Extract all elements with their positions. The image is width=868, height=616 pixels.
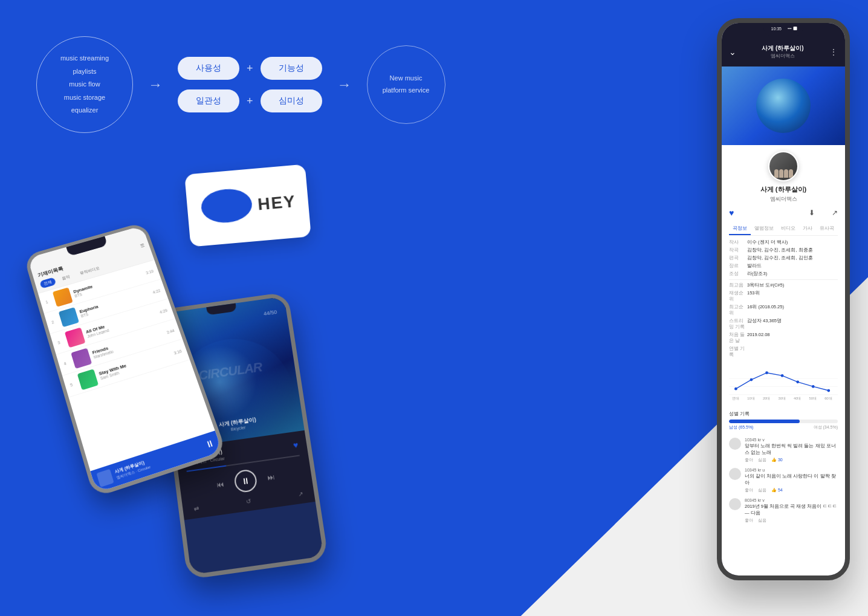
feature-item-3: music flow: [69, 79, 100, 90]
heart-icon[interactable]: ♥: [729, 208, 739, 218]
meta-row-first-heard: 처음 들은 날 2019.02.08: [729, 332, 838, 344]
meta-label-arranger: 편곡: [729, 255, 747, 261]
more-menu-icon[interactable]: ⋮: [829, 47, 838, 57]
meta-label-composer: 작곡: [729, 247, 747, 253]
hey-text: HEY: [257, 192, 297, 214]
comment-item-3: 80345 kr v 2019년 9월 처음으로 곡 재생 처음이 ㄷㄷㄷ — …: [729, 498, 838, 524]
phone-detail: 10:35 ▪▪▪ ⌄ 사게 (하루살이) 엠씨더맥스 ⋮: [717, 18, 850, 580]
feature-item-1: music streaming: [60, 53, 109, 64]
meta-value-genre: 발라드: [747, 263, 838, 269]
shuffle-btn[interactable]: ⇄: [193, 505, 199, 512]
meta-label-top-note: 최고음: [729, 282, 747, 288]
svg-text:50대: 50대: [809, 397, 817, 400]
comment-like-btn-3[interactable]: 좋아: [745, 517, 753, 524]
chart-section: 연대 10대 20대 30대 40대 50대 60대: [722, 366, 845, 407]
meta-row-top-note: 최고음 3옥타브 도#(C#5): [729, 282, 838, 288]
line-chart: 연대 10대 20대 30대 40대 50대 60대: [729, 369, 838, 401]
svg-text:10대: 10대: [747, 397, 754, 400]
tab-all[interactable]: 전체: [39, 277, 56, 288]
tab-album-info[interactable]: 앨범정보: [751, 222, 777, 235]
meta-label-first-heard: 처음 들은 날: [729, 332, 747, 344]
meta-row-top-rank: 최고순위 16위 (2018.05.25): [729, 304, 838, 316]
share-btn[interactable]: ↗: [297, 490, 303, 498]
gender-section: 성별 기록 남성 (65.5%) 여성 (34.5%): [722, 407, 845, 434]
svg-point-12: [765, 371, 768, 374]
prev-btn[interactable]: ⏮: [216, 480, 224, 490]
result-circle: New music platform service: [367, 45, 445, 124]
item-duration: 3:19: [145, 269, 154, 275]
meta-row-genre: 장르 발라드: [729, 263, 838, 269]
comment-dislike-btn-3[interactable]: 싫음: [758, 517, 766, 524]
phone-detail-screen: 10:35 ▪▪▪ ⌄ 사게 (하루살이) 엠씨더맥스 ⋮: [722, 23, 845, 575]
header-song-title: 사게 (하루살이): [736, 44, 829, 53]
svg-point-15: [812, 385, 815, 388]
meta-label-top-rank: 최고순위: [729, 304, 747, 316]
result-line-1: New music: [390, 73, 423, 85]
status-icons: ▪▪▪: [788, 27, 797, 30]
tab-music[interactable]: 음악: [57, 272, 74, 284]
playlist-controls[interactable]: ☰: [140, 243, 145, 248]
meta-label-key: 조성: [729, 271, 747, 277]
meta-value-streaming: 감성자 43,365명: [747, 318, 838, 330]
mini-play-btn[interactable]: ⏸: [204, 438, 215, 450]
equation-boxes: 사용성 + 기능성 일관성 + 심미성: [178, 57, 322, 112]
comment-text-2: 너의 같이 처음이 노래 사랑한다 이 발짝 찾아: [745, 473, 838, 486]
comment-dislike-btn-2[interactable]: 싫음: [758, 487, 766, 493]
comment-content-1: 10345 kr v 앞부터 노래 한번씩 씩 빌려 들는 재밌 포너스 없는 …: [745, 438, 838, 463]
tab-video[interactable]: 비디오: [777, 222, 799, 235]
meta-value-key: 라(장조3): [747, 271, 838, 277]
tab-song-info[interactable]: 곡정보: [729, 222, 751, 235]
play-pause-btn[interactable]: ⏸: [233, 468, 258, 493]
meta-row-key: 조성 라(장조3): [729, 271, 838, 277]
arrow-2: →: [337, 76, 352, 93]
meta-label-rank: 재생순위: [729, 290, 747, 302]
svg-point-11: [750, 378, 753, 381]
comment-text-1: 앞부터 노래 한번씩 씩 빌려 들는 재밌 포너스 없는 노래: [745, 443, 838, 456]
stats-section: 최고음 3옥타브 도#(C#5) 재생순위 153위 최고순위 16위 (201…: [729, 279, 838, 358]
meta-label-genre: 장르: [729, 263, 747, 269]
feature-item-4: music storage: [64, 92, 105, 103]
male-label: 남성 (65.5%): [729, 424, 753, 430]
comment-actions-3: 좋아 싫음: [745, 517, 838, 524]
arrow-1: →: [148, 76, 163, 93]
back-chevron-icon[interactable]: ⌄: [729, 47, 736, 57]
player-heart-icon[interactable]: ♥: [293, 439, 299, 450]
svg-point-13: [781, 374, 784, 377]
features-circle: music streaming playlists music flow mus…: [36, 36, 133, 133]
comment-text-3: 2019년 9월 처음으로 곡 재생 처음이 ㄷㄷㄷ — 다음: [745, 504, 838, 516]
hey-card: HEY: [184, 164, 311, 247]
fig-3: [784, 169, 788, 178]
svg-point-10: [734, 387, 737, 391]
avatar-figures: [774, 169, 793, 180]
meta-row-yearly: 연별 기록: [729, 346, 838, 358]
header-artist: 엠씨더맥스: [736, 53, 829, 59]
comment-item-1: 10345 kr v 앞부터 노래 한번씩 씩 빌려 들는 재밌 포너스 없는 …: [729, 438, 838, 463]
plus-2: +: [247, 95, 253, 108]
detail-notch: 10:35 ▪▪▪: [764, 23, 803, 36]
detail-album-art: [722, 66, 845, 145]
tab-similar[interactable]: 유사곡: [816, 222, 838, 235]
comment-like-btn-1[interactable]: 좋아: [745, 457, 753, 463]
meta-value-lyrics: 이수 (젠지 더 백사): [747, 239, 838, 245]
fig-1: [774, 169, 779, 178]
meta-row-rank: 재생순위 153위: [729, 290, 838, 302]
comment-content-3: 80345 kr v 2019년 9월 처음으로 곡 재생 처음이 ㄷㄷㄷ — …: [745, 498, 838, 524]
share-icon[interactable]: ↗: [832, 209, 838, 217]
comment-dislike-btn-1[interactable]: 싫음: [758, 457, 766, 463]
repeat-btn[interactable]: ↺: [245, 498, 251, 505]
next-btn[interactable]: ⏭: [267, 473, 275, 482]
item-duration: 3:16: [173, 349, 182, 355]
comment-avatar-1: [729, 438, 741, 450]
detail-song-name: 사게 (하루살이): [729, 185, 838, 194]
tab-lyrics[interactable]: 가사: [799, 222, 816, 235]
gender-bar-fill: [729, 420, 800, 423]
gender-labels: 남성 (65.5%) 여성 (34.5%): [729, 424, 838, 430]
item-thumb: [71, 348, 92, 369]
item-thumb: [53, 287, 73, 307]
action-row: ♥ ⬇ ↗: [729, 208, 838, 218]
download-icon[interactable]: ⬇: [809, 209, 815, 217]
meta-label-streaming: 스트리밍 기록: [729, 318, 747, 330]
meta-label-lyrics: 작사: [729, 239, 747, 245]
comment-like-btn-2[interactable]: 좋아: [745, 487, 753, 493]
comment-actions-1: 좋아 싫음 👍 30: [745, 457, 838, 463]
